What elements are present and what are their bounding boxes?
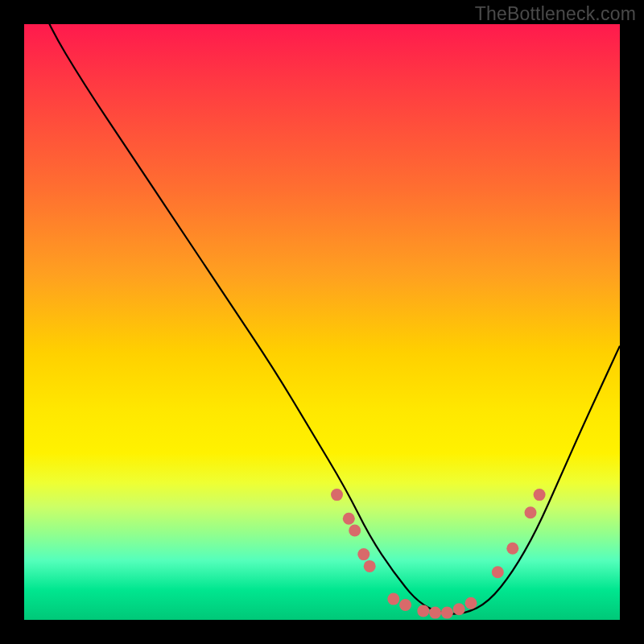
- highlight-dot: [343, 513, 355, 525]
- highlight-dot: [331, 489, 343, 501]
- highlight-dot: [399, 599, 411, 611]
- highlight-dot: [441, 607, 453, 619]
- highlight-dot: [417, 605, 429, 617]
- watermark-text: TheBottleneck.com: [475, 3, 636, 25]
- highlight-dots-group: [331, 489, 546, 619]
- highlight-dot: [525, 506, 537, 518]
- highlight-dot: [492, 566, 504, 578]
- highlight-dot: [387, 593, 399, 605]
- highlight-dot: [357, 548, 369, 560]
- highlight-dot: [429, 607, 441, 619]
- bottleneck-curve-line: [24, 0, 620, 614]
- highlight-dot: [465, 597, 477, 609]
- chart-frame: TheBottleneck.com: [0, 0, 644, 644]
- highlight-dot: [349, 525, 361, 537]
- highlight-dot: [364, 560, 376, 572]
- highlight-dot: [534, 489, 546, 501]
- highlight-dot: [453, 603, 465, 615]
- bottleneck-chart-svg: [24, 24, 620, 620]
- highlight-dot: [506, 543, 518, 555]
